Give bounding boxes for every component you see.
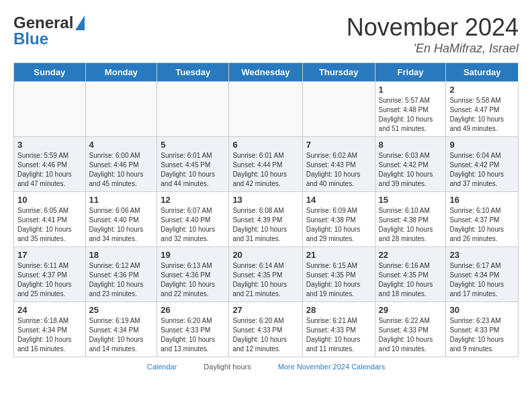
col-header-monday: Monday bbox=[85, 63, 157, 82]
day-number: 18 bbox=[89, 250, 154, 260]
day-number: 3 bbox=[17, 140, 82, 150]
col-header-sunday: Sunday bbox=[14, 63, 86, 82]
day-info: Sunrise: 6:22 AM Sunset: 4:33 PM Dayligh… bbox=[379, 316, 443, 354]
calendar-cell: 17Sunrise: 6:11 AM Sunset: 4:37 PM Dayli… bbox=[14, 247, 86, 302]
calendar-cell: 23Sunrise: 6:17 AM Sunset: 4:34 PM Dayli… bbox=[446, 247, 519, 302]
day-info: Sunrise: 6:20 AM Sunset: 4:33 PM Dayligh… bbox=[232, 316, 298, 354]
calendar-cell: 13Sunrise: 6:08 AM Sunset: 4:39 PM Dayli… bbox=[229, 192, 302, 247]
calendar-cell: 25Sunrise: 6:19 AM Sunset: 4:34 PM Dayli… bbox=[85, 302, 157, 357]
day-info: Sunrise: 6:23 AM Sunset: 4:33 PM Dayligh… bbox=[449, 316, 515, 354]
calendar-cell: 12Sunrise: 6:07 AM Sunset: 4:40 PM Dayli… bbox=[157, 192, 229, 247]
day-number: 24 bbox=[17, 305, 82, 315]
daylight-label: Daylight hours bbox=[204, 363, 251, 371]
day-info: Sunrise: 6:15 AM Sunset: 4:35 PM Dayligh… bbox=[306, 261, 371, 299]
day-info: Sunrise: 6:19 AM Sunset: 4:34 PM Dayligh… bbox=[89, 316, 154, 354]
day-info: Sunrise: 6:09 AM Sunset: 4:38 PM Dayligh… bbox=[306, 206, 371, 244]
day-number: 8 bbox=[379, 140, 443, 150]
calendar-link[interactable]: Calendar bbox=[147, 363, 177, 371]
logo: General Blue bbox=[13, 13, 85, 48]
calendar-cell: 16Sunrise: 6:10 AM Sunset: 4:37 PM Dayli… bbox=[446, 192, 519, 247]
day-number: 20 bbox=[232, 250, 298, 260]
col-header-tuesday: Tuesday bbox=[157, 63, 229, 82]
day-number: 6 bbox=[232, 140, 298, 150]
calendar-cell: 20Sunrise: 6:14 AM Sunset: 4:35 PM Dayli… bbox=[229, 247, 302, 302]
day-info: Sunrise: 6:20 AM Sunset: 4:33 PM Dayligh… bbox=[161, 316, 225, 354]
day-number: 19 bbox=[161, 250, 225, 260]
calendar-table: SundayMondayTuesdayWednesdayThursdayFrid… bbox=[13, 62, 519, 357]
col-header-thursday: Thursday bbox=[302, 63, 375, 82]
day-number: 28 bbox=[306, 305, 371, 315]
day-number: 12 bbox=[161, 195, 225, 205]
day-number: 14 bbox=[306, 195, 371, 205]
day-info: Sunrise: 6:04 AM Sunset: 4:42 PM Dayligh… bbox=[449, 151, 515, 189]
day-number: 26 bbox=[161, 305, 225, 315]
day-number: 15 bbox=[379, 195, 443, 205]
day-info: Sunrise: 6:12 AM Sunset: 4:36 PM Dayligh… bbox=[89, 261, 154, 299]
calendar-cell: 9Sunrise: 6:04 AM Sunset: 4:42 PM Daylig… bbox=[446, 137, 519, 192]
day-info: Sunrise: 6:13 AM Sunset: 4:36 PM Dayligh… bbox=[161, 261, 225, 299]
day-info: Sunrise: 6:05 AM Sunset: 4:41 PM Dayligh… bbox=[17, 206, 82, 244]
day-number: 9 bbox=[449, 140, 515, 150]
calendar-cell bbox=[229, 82, 302, 137]
calendar-cell bbox=[14, 82, 86, 137]
page-header: General Blue November 2024 'En HaMifraz,… bbox=[13, 13, 519, 56]
calendar-cell bbox=[85, 82, 157, 137]
day-number: 7 bbox=[306, 140, 371, 150]
month-title: November 2024 bbox=[347, 13, 519, 42]
day-info: Sunrise: 6:01 AM Sunset: 4:44 PM Dayligh… bbox=[232, 151, 298, 189]
day-info: Sunrise: 6:03 AM Sunset: 4:42 PM Dayligh… bbox=[379, 151, 443, 189]
day-info: Sunrise: 6:00 AM Sunset: 4:46 PM Dayligh… bbox=[89, 151, 154, 189]
calendar-cell: 14Sunrise: 6:09 AM Sunset: 4:38 PM Dayli… bbox=[302, 192, 375, 247]
day-info: Sunrise: 6:01 AM Sunset: 4:45 PM Dayligh… bbox=[161, 151, 225, 189]
calendar-cell: 6Sunrise: 6:01 AM Sunset: 4:44 PM Daylig… bbox=[229, 137, 302, 192]
day-info: Sunrise: 6:11 AM Sunset: 4:37 PM Dayligh… bbox=[17, 261, 82, 299]
day-info: Sunrise: 5:59 AM Sunset: 4:46 PM Dayligh… bbox=[17, 151, 82, 189]
day-number: 30 bbox=[449, 305, 515, 315]
calendar-cell: 15Sunrise: 6:10 AM Sunset: 4:38 PM Dayli… bbox=[375, 192, 446, 247]
calendar-cell: 21Sunrise: 6:15 AM Sunset: 4:35 PM Dayli… bbox=[302, 247, 375, 302]
day-info: Sunrise: 6:10 AM Sunset: 4:37 PM Dayligh… bbox=[449, 206, 515, 244]
calendar-cell: 10Sunrise: 6:05 AM Sunset: 4:41 PM Dayli… bbox=[14, 192, 86, 247]
calendar-cell: 4Sunrise: 6:00 AM Sunset: 4:46 PM Daylig… bbox=[85, 137, 157, 192]
day-number: 1 bbox=[379, 85, 443, 95]
day-number: 2 bbox=[449, 85, 515, 95]
day-number: 17 bbox=[17, 250, 82, 260]
calendar-cell bbox=[157, 82, 229, 137]
calendar-cell: 28Sunrise: 6:21 AM Sunset: 4:33 PM Dayli… bbox=[302, 302, 375, 357]
day-number: 16 bbox=[449, 195, 515, 205]
day-number: 22 bbox=[379, 250, 443, 260]
location-title: 'En HaMifraz, Israel bbox=[347, 42, 519, 56]
calendar-cell bbox=[302, 82, 375, 137]
day-number: 29 bbox=[379, 305, 443, 315]
day-info: Sunrise: 6:10 AM Sunset: 4:38 PM Dayligh… bbox=[379, 206, 443, 244]
calendar-cell: 3Sunrise: 5:59 AM Sunset: 4:46 PM Daylig… bbox=[14, 137, 86, 192]
day-number: 21 bbox=[306, 250, 371, 260]
calendar-cell: 22Sunrise: 6:16 AM Sunset: 4:35 PM Dayli… bbox=[375, 247, 446, 302]
logo-triangle-icon bbox=[75, 15, 85, 30]
more-calendars-link[interactable]: More November 2024 Calendars bbox=[278, 363, 386, 371]
day-info: Sunrise: 6:02 AM Sunset: 4:43 PM Dayligh… bbox=[306, 151, 371, 189]
day-number: 5 bbox=[161, 140, 225, 150]
day-info: Sunrise: 6:16 AM Sunset: 4:35 PM Dayligh… bbox=[379, 261, 443, 299]
title-block: November 2024 'En HaMifraz, Israel bbox=[347, 13, 519, 56]
calendar-cell: 5Sunrise: 6:01 AM Sunset: 4:45 PM Daylig… bbox=[157, 137, 229, 192]
col-header-wednesday: Wednesday bbox=[229, 63, 302, 82]
day-number: 23 bbox=[449, 250, 515, 260]
day-info: Sunrise: 5:57 AM Sunset: 4:48 PM Dayligh… bbox=[379, 96, 443, 134]
day-number: 25 bbox=[89, 305, 154, 315]
calendar-footer: Calendar Daylight hours More November 20… bbox=[13, 363, 519, 371]
calendar-cell: 29Sunrise: 6:22 AM Sunset: 4:33 PM Dayli… bbox=[375, 302, 446, 357]
calendar-cell: 2Sunrise: 5:58 AM Sunset: 4:47 PM Daylig… bbox=[446, 82, 519, 137]
calendar-cell: 1Sunrise: 5:57 AM Sunset: 4:48 PM Daylig… bbox=[375, 82, 446, 137]
day-number: 4 bbox=[89, 140, 154, 150]
day-info: Sunrise: 5:58 AM Sunset: 4:47 PM Dayligh… bbox=[449, 96, 515, 134]
day-info: Sunrise: 6:18 AM Sunset: 4:34 PM Dayligh… bbox=[17, 316, 82, 354]
col-header-saturday: Saturday bbox=[446, 63, 519, 82]
day-info: Sunrise: 6:08 AM Sunset: 4:39 PM Dayligh… bbox=[232, 206, 298, 244]
calendar-cell: 30Sunrise: 6:23 AM Sunset: 4:33 PM Dayli… bbox=[446, 302, 519, 357]
day-info: Sunrise: 6:17 AM Sunset: 4:34 PM Dayligh… bbox=[449, 261, 515, 299]
day-info: Sunrise: 6:14 AM Sunset: 4:35 PM Dayligh… bbox=[232, 261, 298, 299]
calendar-cell: 27Sunrise: 6:20 AM Sunset: 4:33 PM Dayli… bbox=[229, 302, 302, 357]
day-number: 27 bbox=[232, 305, 298, 315]
calendar-cell: 8Sunrise: 6:03 AM Sunset: 4:42 PM Daylig… bbox=[375, 137, 446, 192]
